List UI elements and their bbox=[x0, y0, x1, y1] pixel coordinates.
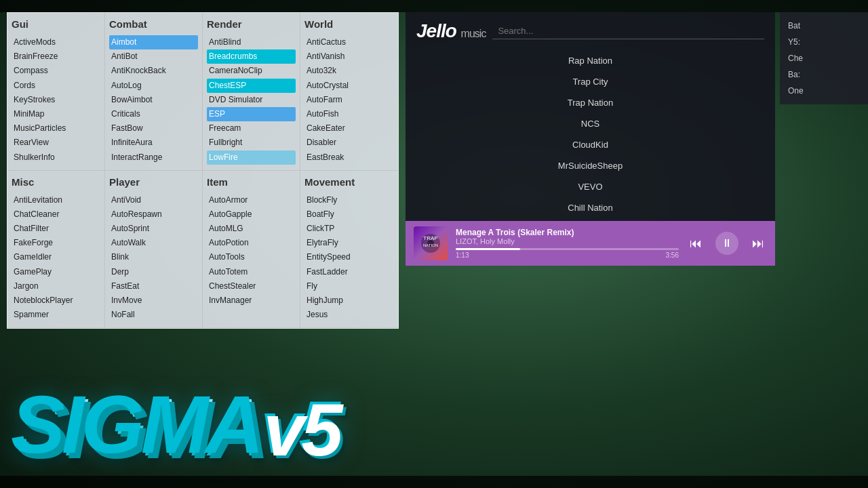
menu-item[interactable]: MiniMap bbox=[12, 107, 100, 121]
menu-item[interactable]: MusicParticles bbox=[12, 121, 100, 136]
menu-item[interactable]: FastBow bbox=[109, 121, 198, 136]
menu-item[interactable]: AutoRespawn bbox=[109, 207, 198, 222]
menu-item[interactable]: AntiBlind bbox=[207, 35, 296, 49]
search-input[interactable] bbox=[492, 23, 764, 39]
menu-item[interactable]: AutoFarm bbox=[304, 93, 394, 107]
menu-item[interactable]: Auto32k bbox=[304, 64, 394, 78]
menu-item[interactable]: EastBreak bbox=[304, 150, 394, 165]
album-art: TRAP NATION bbox=[414, 226, 448, 260]
playlist-item[interactable]: MrSuicideSheep bbox=[406, 155, 775, 176]
menu-item[interactable]: InfiniteAura bbox=[109, 136, 198, 150]
menu-item[interactable]: Jargon bbox=[12, 279, 100, 293]
menu-item[interactable]: AutoMLG bbox=[207, 222, 296, 236]
menu-item[interactable]: AutoFish bbox=[304, 107, 394, 121]
menu-item[interactable]: Derp bbox=[109, 265, 198, 279]
music-logo: Jello music bbox=[416, 20, 486, 42]
menu-item[interactable]: BrainFreeze bbox=[12, 49, 100, 64]
fast-forward-button[interactable]: ⏭ bbox=[749, 234, 767, 253]
music-header: Jello music bbox=[406, 12, 775, 47]
time-display: 1:13 3:56 bbox=[456, 251, 679, 259]
menu-item[interactable]: AntiVanish bbox=[304, 49, 394, 64]
menu-item[interactable]: Fullbright bbox=[207, 136, 296, 150]
section-gui: Gui ActiveMods BrainFreeze Compass Cords… bbox=[7, 13, 105, 171]
menu-item[interactable]: Cords bbox=[12, 79, 100, 93]
menu-item[interactable]: AntiLevitation bbox=[12, 193, 100, 207]
menu-item[interactable]: FakeForge bbox=[12, 236, 100, 250]
menu-item[interactable]: AutoLog bbox=[109, 79, 198, 93]
playlist-item[interactable]: Trap City bbox=[406, 71, 775, 92]
menu-item[interactable]: InvMove bbox=[109, 293, 198, 308]
total-time: 3:56 bbox=[666, 251, 679, 259]
menu-item[interactable]: ChatFilter bbox=[12, 222, 100, 236]
playlist-item[interactable]: Trap Nation bbox=[406, 92, 775, 113]
menu-item[interactable]: NoteblockPlayer bbox=[12, 293, 100, 308]
menu-item[interactable]: AutoTotem bbox=[207, 265, 296, 279]
menu-item[interactable]: DVD Simulator bbox=[207, 93, 296, 107]
menu-item[interactable]: ActiveMods bbox=[12, 35, 100, 49]
menu-item[interactable]: RearView bbox=[12, 136, 100, 150]
menu-item[interactable]: AutoTools bbox=[207, 250, 296, 264]
menu-item[interactable]: AutoPotion bbox=[207, 236, 296, 250]
menu-item[interactable]: AutoSprint bbox=[109, 222, 198, 236]
menu-item[interactable]: NoFall bbox=[109, 308, 198, 322]
menu-item[interactable]: Fly bbox=[304, 279, 394, 293]
now-playing-bar: TRAP NATION Menage A Trois (Skaler Remix… bbox=[406, 221, 775, 266]
menu-item[interactable]: CakeEater bbox=[304, 121, 394, 136]
menu-item-aimbot[interactable]: Aimbot bbox=[109, 35, 198, 49]
side-item: Y5: bbox=[784, 34, 864, 50]
track-title: Menage A Trois (Skaler Remix) bbox=[456, 228, 679, 237]
menu-item[interactable]: InteractRange bbox=[109, 150, 198, 165]
menu-item[interactable]: BlockFly bbox=[304, 193, 394, 207]
playlist-item[interactable]: Rap Nation bbox=[406, 50, 775, 71]
menu-item[interactable]: GameIdler bbox=[12, 250, 100, 264]
section-movement: Movement BlockFly BoatFly ClickTP Elytra… bbox=[300, 171, 398, 329]
menu-item[interactable]: Blink bbox=[109, 250, 198, 264]
menu-item[interactable]: AutoWalk bbox=[109, 236, 198, 250]
svg-text:TRAP: TRAP bbox=[423, 235, 437, 241]
menu-item-lowfire[interactable]: LowFire bbox=[207, 150, 296, 165]
menu-item[interactable]: BoatFly bbox=[304, 207, 394, 222]
menu-item[interactable]: ShulkerInfo bbox=[12, 150, 100, 165]
menu-item[interactable]: Spammer bbox=[12, 308, 100, 322]
playlist-item[interactable]: Chill Nation bbox=[406, 197, 775, 218]
menu-item-chestesp[interactable]: ChestESP bbox=[207, 79, 296, 93]
section-misc-title: Misc bbox=[12, 176, 100, 189]
menu-item[interactable]: CameraNoClip bbox=[207, 64, 296, 78]
menu-item[interactable]: AntiKnockBack bbox=[109, 64, 198, 78]
menu-item[interactable]: Jesus bbox=[304, 308, 394, 322]
section-combat-title: Combat bbox=[109, 18, 198, 31]
progress-bar-container[interactable]: 1:13 3:56 bbox=[456, 248, 679, 259]
menu-item[interactable]: HighJump bbox=[304, 293, 394, 308]
menu-item[interactable]: AutoCrystal bbox=[304, 79, 394, 93]
menu-item[interactable]: EntitySpeed bbox=[304, 250, 394, 264]
menu-item[interactable]: FastLadder bbox=[304, 265, 394, 279]
playlist-item[interactable]: VEVO bbox=[406, 176, 775, 197]
progress-bar-fill bbox=[456, 248, 520, 250]
menu-item[interactable]: AntiBot bbox=[109, 49, 198, 64]
section-render: Render AntiBlind Breadcrumbs CameraNoCli… bbox=[203, 13, 300, 171]
menu-item[interactable]: AutoArmor bbox=[207, 193, 296, 207]
menu-item[interactable]: ChatCleaner bbox=[12, 207, 100, 222]
menu-item[interactable]: Disabler bbox=[304, 136, 394, 150]
play-pause-button[interactable]: ⏸ bbox=[715, 232, 738, 255]
menu-item[interactable]: GamePlay bbox=[12, 265, 100, 279]
playlist-item[interactable]: CloudKid bbox=[406, 134, 775, 155]
menu-item[interactable]: KeyStrokes bbox=[12, 93, 100, 107]
progress-bar-bg bbox=[456, 248, 679, 250]
menu-item[interactable]: InvManager bbox=[207, 293, 296, 308]
menu-item[interactable]: Criticals bbox=[109, 107, 198, 121]
menu-item[interactable]: ChestStealer bbox=[207, 279, 296, 293]
menu-item[interactable]: ClickTP bbox=[304, 222, 394, 236]
menu-item[interactable]: AntiVoid bbox=[109, 193, 198, 207]
menu-item[interactable]: ElytraFly bbox=[304, 236, 394, 250]
playlist-item[interactable]: NCS bbox=[406, 113, 775, 134]
menu-item[interactable]: FastEat bbox=[109, 279, 198, 293]
menu-item[interactable]: BowAimbot bbox=[109, 93, 198, 107]
menu-item-breadcrumbs[interactable]: Breadcrumbs bbox=[207, 49, 296, 64]
menu-item[interactable]: AutoGapple bbox=[207, 207, 296, 222]
menu-item[interactable]: Compass bbox=[12, 64, 100, 78]
menu-item[interactable]: AntiCactus bbox=[304, 35, 394, 49]
menu-item[interactable]: Freecam bbox=[207, 121, 296, 136]
rewind-button[interactable]: ⏮ bbox=[687, 234, 705, 253]
menu-item-esp[interactable]: ESP bbox=[207, 107, 296, 121]
